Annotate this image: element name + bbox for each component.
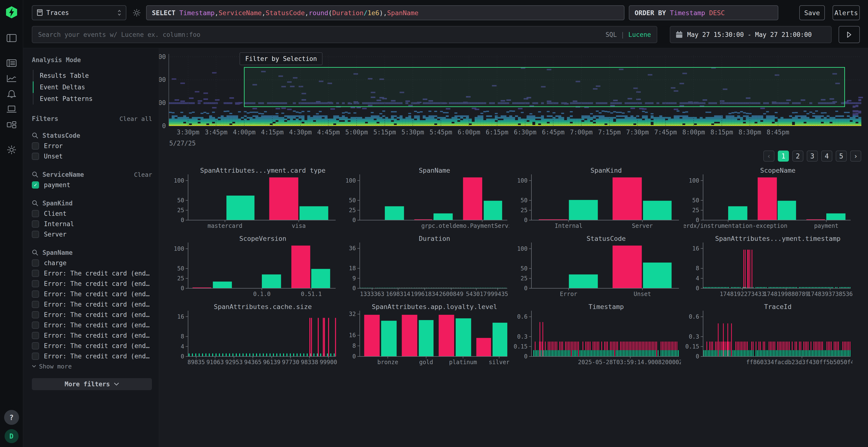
page-next-button[interactable]: › <box>850 150 861 162</box>
checkbox-unchecked[interactable] <box>32 301 39 308</box>
more-filters-button[interactable]: More filters <box>32 378 152 390</box>
alerts-bell-icon[interactable] <box>0 86 23 102</box>
svg-text:8: 8 <box>181 333 184 340</box>
filter-option[interactable]: Error: The credit card (end… <box>32 309 152 320</box>
checkbox-unchecked[interactable] <box>32 220 39 228</box>
filter-option[interactable]: charge <box>32 258 152 268</box>
filter-option[interactable]: Server <box>32 229 152 239</box>
checkbox-unchecked[interactable] <box>32 260 39 267</box>
logo-icon[interactable] <box>6 6 17 20</box>
svg-text:98338: 98338 <box>301 359 318 366</box>
filter-option[interactable]: Error: The credit card (end… <box>32 268 152 278</box>
date-range-picker[interactable]: May 27 15:30:00 - May 27 21:00:00 <box>670 26 832 43</box>
svg-text:96139: 96139 <box>263 359 280 366</box>
sidebar-toggle-icon[interactable] <box>0 30 23 46</box>
help-button[interactable]: ? <box>4 410 19 425</box>
analysis-mode-results-table[interactable]: Results Table <box>33 70 152 81</box>
svg-text:94365: 94365 <box>244 359 261 366</box>
analysis-mode-event-patterns[interactable]: Event Patterns <box>33 93 152 105</box>
save-button[interactable]: Save <box>799 5 825 20</box>
filter-option[interactable]: Internal <box>32 219 152 229</box>
run-query-button[interactable] <box>839 26 860 43</box>
svg-text:7:00pm: 7:00pm <box>570 129 593 136</box>
query-keyword: SELECT <box>152 9 179 16</box>
filter-option[interactable]: Error: The credit card (end… <box>32 320 152 330</box>
checkbox-unchecked[interactable] <box>32 231 39 238</box>
filter-option[interactable]: Unset <box>32 151 152 161</box>
mini-chart-plot-loyalty_level[interactable]: 081632bronzegoldplatinumsilver <box>340 310 509 366</box>
alerts-button[interactable]: Alerts <box>833 5 860 20</box>
user-avatar[interactable]: D <box>5 429 19 443</box>
clear-all-button[interactable]: Clear all <box>120 115 152 122</box>
checkbox-unchecked[interactable] <box>32 210 39 217</box>
page-2-button[interactable]: 2 <box>792 150 803 162</box>
checkbox-unchecked[interactable] <box>32 142 39 149</box>
filter-option[interactable]: Error: The credit card (end… <box>32 351 152 361</box>
query-keyword: ORDER BY <box>634 9 670 16</box>
mini-chart-plot-status_code[interactable]: 02550100ErrorUnset <box>512 242 681 298</box>
selection-rect <box>244 67 845 107</box>
mini-chart-plot-card_type[interactable]: 02550100mastercardvisa <box>169 174 338 230</box>
sessions-icon[interactable] <box>0 102 23 117</box>
mini-chart-plot-span_name[interactable]: 02550100grpc.oteldemo.PaymentService/Cha… <box>340 174 509 230</box>
filter-option[interactable]: Error: The credit card (end… <box>32 341 152 351</box>
lang-sql[interactable]: SQL <box>606 31 617 38</box>
filter-option[interactable]: Error: The credit card (end… <box>32 278 152 289</box>
svg-text:100: 100 <box>174 245 184 252</box>
mini-chart-plot-timestamp[interactable]: 00.150.30.62025-05-28T03:59:14.900820000… <box>512 310 681 366</box>
checkbox-unchecked[interactable] <box>32 270 39 277</box>
checkbox-unchecked[interactable] <box>32 321 39 329</box>
mini-chart-plot-span_kind[interactable]: 02550100InternalServer <box>512 174 681 230</box>
search-input[interactable]: Search your events w/ Lucene ex. column:… <box>32 26 657 43</box>
page-3-button[interactable]: 3 <box>807 150 818 162</box>
search-events-icon[interactable] <box>0 56 23 71</box>
lang-lucene[interactable]: Lucene <box>628 31 651 38</box>
checkbox-unchecked[interactable] <box>32 332 39 339</box>
checkbox-unchecked[interactable] <box>32 290 39 298</box>
svg-text:7:15pm: 7:15pm <box>598 129 621 136</box>
svg-text:89835: 89835 <box>188 359 205 366</box>
mini-chart-plot-payment_timestamp[interactable]: 0481617481922734331748199880789174839373… <box>684 242 852 298</box>
settings-gear-icon[interactable] <box>0 142 23 158</box>
source-select[interactable]: Traces <box>32 5 126 20</box>
dashboards-icon[interactable] <box>0 117 23 133</box>
svg-text:0.15: 0.15 <box>685 343 699 350</box>
mini-chart-plot-scope_version[interactable]: 025501000.1.00.51.1 <box>169 242 338 298</box>
svg-text:4:45pm: 4:45pm <box>317 129 340 136</box>
mini-chart-plot-cache_size[interactable]: 0481689835910639295394365961399773098338… <box>169 310 338 366</box>
page-prev-button[interactable]: ‹ <box>763 150 774 162</box>
checkbox-unchecked[interactable] <box>32 353 39 360</box>
clear-filter-button[interactable]: Clear <box>134 171 152 178</box>
checkbox-unchecked[interactable] <box>32 342 39 349</box>
filter-option[interactable]: Client <box>32 208 152 219</box>
mini-chart-plot-scope_name[interactable]: 02550100@hyperdx/instrumentation-excepti… <box>684 174 852 230</box>
mini-chart-plot-duration[interactable]: 0918361333363169831419961834260084954301… <box>340 242 509 298</box>
order-by-input[interactable]: ORDER BY Timestamp DESC <box>629 5 778 20</box>
svg-text:0: 0 <box>352 285 356 291</box>
svg-text:silver: silver <box>489 359 509 366</box>
page-1-button[interactable]: 1 <box>778 150 789 162</box>
source-settings-gear-icon[interactable] <box>129 5 144 20</box>
filter-option[interactable]: ✓payment <box>32 180 152 190</box>
chevron-down-icon <box>114 382 119 386</box>
select-query-input[interactable]: SELECT Timestamp,ServiceName,StatusCode,… <box>146 5 624 20</box>
chart-explorer-icon[interactable] <box>0 71 23 86</box>
svg-text:9: 9 <box>352 275 356 282</box>
filter-option[interactable]: Error: The credit card (end… <box>32 330 152 341</box>
svg-text:4: 4 <box>696 275 699 282</box>
mini-chart-plot-trace_id[interactable]: 00.150.30.6ff860334facdb23d3f430ff5b5050… <box>684 310 852 366</box>
filter-option[interactable]: Error: The credit card (end… <box>32 299 152 309</box>
svg-text:19961834: 19961834 <box>411 291 439 298</box>
checkbox-unchecked[interactable] <box>32 153 39 160</box>
checkbox-checked[interactable]: ✓ <box>32 181 39 188</box>
show-more-button[interactable]: Show more <box>32 361 152 371</box>
filter-by-selection-button[interactable]: Filter by Selection <box>240 53 322 65</box>
checkbox-unchecked[interactable] <box>32 280 39 287</box>
analysis-mode-event-deltas[interactable]: Event Deltas <box>33 81 152 93</box>
checkbox-unchecked[interactable] <box>32 311 39 318</box>
filter-option[interactable]: Error <box>32 141 152 151</box>
page-5-button[interactable]: 5 <box>836 150 847 162</box>
page-4-button[interactable]: 4 <box>821 150 832 162</box>
mini-charts-grid: SpanAttributes...yment.card_type02550100… <box>169 167 861 368</box>
filter-option[interactable]: Error: The credit card (end… <box>32 289 152 299</box>
